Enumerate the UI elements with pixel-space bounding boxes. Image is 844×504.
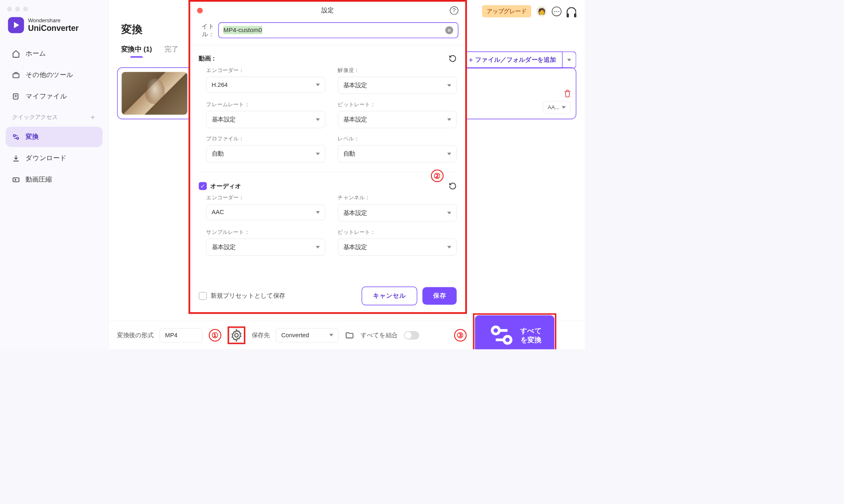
- nav-download[interactable]: ダウンロード: [6, 148, 103, 168]
- convert-all-label: すべてを変換: [520, 326, 542, 344]
- nav-label: ホーム: [26, 49, 46, 58]
- field-label: ビットレート：: [338, 101, 457, 108]
- chevron-down-icon: [329, 334, 333, 336]
- cancel-button[interactable]: キャンセル: [361, 287, 417, 306]
- app-logo: Wondershare UniConverter: [6, 17, 103, 33]
- audio-encoder-select[interactable]: AAC: [206, 204, 325, 220]
- audio-checkbox[interactable]: ✓: [199, 182, 206, 190]
- resolution-select[interactable]: 基本設定: [338, 77, 457, 94]
- open-folder-button[interactable]: [345, 331, 354, 340]
- format-value: MP4: [165, 332, 178, 339]
- clear-title-button[interactable]: ✕: [445, 26, 453, 34]
- convert-all-button[interactable]: すべてを変換: [475, 315, 554, 349]
- modal-body: 動画： エンコーダー： H.264 解像度： 基本設定 フレームレート： 基本設…: [190, 45, 465, 261]
- home-icon: [12, 49, 20, 57]
- files-icon: [12, 92, 20, 100]
- reset-audio-button[interactable]: [449, 182, 457, 190]
- field-label: レベル：: [338, 135, 457, 142]
- save-preset-checkbox[interactable]: ✓: [199, 292, 206, 300]
- field-label: エンコーダー：: [206, 194, 325, 201]
- chevron-down-icon: [447, 212, 451, 214]
- brand-line2: UniConverter: [28, 24, 79, 33]
- callout-3-target: すべてを変換: [473, 313, 556, 349]
- add-file-button[interactable]: ＋ ファイル／フォルダーを追加: [461, 51, 563, 69]
- video-bitrate-select[interactable]: 基本設定: [338, 111, 457, 128]
- logo-icon: [8, 17, 24, 33]
- settings-gear-button[interactable]: [230, 328, 243, 342]
- title-field-label: イトル：: [191, 22, 214, 38]
- field-label: チャンネル：: [338, 194, 457, 201]
- field-label: フレームレート：: [206, 101, 325, 108]
- nav-label: 動画圧縮: [26, 175, 52, 184]
- chevron-down-icon: [562, 106, 566, 108]
- chevron-down-icon: [316, 211, 320, 213]
- framerate-select[interactable]: 基本設定: [206, 111, 325, 128]
- add-file-dropdown[interactable]: [563, 51, 576, 69]
- title-input[interactable]: MP4-custom0: [223, 26, 445, 34]
- settings-modal: 設定 ? イトル： MP4-custom0 ✕ 動画： エンコーダー： H.26…: [188, 0, 467, 314]
- delete-file-button[interactable]: [563, 89, 572, 98]
- add-file-group: ＋ ファイル／フォルダーを追加: [461, 51, 577, 69]
- field-label: プロファイル：: [206, 135, 325, 142]
- chat-icon[interactable]: ⋯: [552, 7, 562, 16]
- chevron-down-icon: [447, 152, 451, 155]
- modal-footer: ✓ 新規プリセットとして保存 キャンセル 保存: [190, 280, 465, 312]
- callout-1: ①: [209, 329, 221, 341]
- merge-toggle[interactable]: [404, 331, 419, 340]
- callout-1-target: [227, 326, 245, 344]
- field-label: エンコーダー：: [206, 66, 325, 74]
- quick-access-header: クイックアクセス ＋: [6, 107, 103, 126]
- callout-3: ③: [454, 329, 467, 341]
- save-button[interactable]: 保存: [422, 287, 457, 305]
- traffic-min[interactable]: [15, 7, 20, 12]
- nav-other-tools[interactable]: その他のツール: [6, 65, 103, 85]
- support-icon[interactable]: [567, 7, 577, 16]
- nav-home[interactable]: ホーム: [6, 43, 103, 63]
- profile-select[interactable]: 自動: [206, 145, 325, 163]
- nav-label: ダウンロード: [26, 154, 66, 163]
- toolbox-icon: [12, 71, 20, 79]
- convert-icon: [488, 321, 516, 350]
- title-input-wrap[interactable]: MP4-custom0 ✕: [218, 22, 458, 38]
- samplerate-select[interactable]: 基本設定: [206, 238, 325, 256]
- reset-video-button[interactable]: [449, 54, 457, 62]
- audio-bitrate-select[interactable]: 基本設定: [338, 238, 457, 256]
- field-label: 解像度：: [338, 66, 457, 74]
- savedir-select[interactable]: Converted: [276, 328, 338, 343]
- chevron-down-icon: [447, 118, 451, 121]
- channel-select[interactable]: 基本設定: [338, 204, 457, 222]
- traffic-close[interactable]: [7, 7, 12, 12]
- tab-done[interactable]: 完了: [164, 44, 178, 58]
- svg-point-6: [492, 327, 499, 334]
- level-select[interactable]: 自動: [338, 145, 457, 163]
- savedir-value: Converted: [281, 332, 309, 339]
- download-icon: [12, 154, 20, 162]
- savedir-label: 保存先: [252, 331, 270, 339]
- chevron-down-icon: [316, 246, 320, 248]
- compress-icon: [12, 176, 20, 184]
- nav-label: 変換: [26, 133, 39, 141]
- modal-title: 設定: [190, 6, 465, 15]
- tab-in-progress[interactable]: 変換中 (1): [121, 44, 152, 58]
- chevron-down-icon: [316, 152, 320, 155]
- sidebar: Wondershare UniConverter ホーム その他のツール マイフ…: [0, 0, 108, 349]
- output-format-chip[interactable]: AA...: [543, 101, 570, 113]
- add-quick-icon[interactable]: ＋: [89, 112, 96, 122]
- format-label: 変換後の形式: [117, 331, 153, 339]
- bottom-bar: 変換後の形式 MP4 ① 保存先 Converted すべてを結合 ③ すべてを…: [108, 321, 585, 349]
- convert-icon: [12, 133, 20, 141]
- file-thumbnail: [122, 72, 187, 115]
- field-label: ビットレート：: [338, 228, 457, 236]
- traffic-max[interactable]: [23, 7, 28, 12]
- format-select[interactable]: MP4: [159, 328, 202, 343]
- upgrade-button[interactable]: アップグレード: [482, 5, 531, 17]
- nav-myfiles[interactable]: マイファイル: [6, 86, 103, 106]
- save-preset-label: 新規プリセットとして保存: [211, 292, 285, 300]
- chevron-down-icon: [316, 84, 320, 86]
- video-encoder-select[interactable]: H.264: [206, 77, 325, 93]
- nav-convert[interactable]: 変換: [6, 127, 103, 147]
- user-avatar[interactable]: 🧑: [536, 6, 546, 16]
- save-preset-row[interactable]: ✓ 新規プリセットとして保存: [199, 292, 285, 300]
- title-row: イトル： MP4-custom0 ✕: [190, 19, 465, 45]
- nav-compress[interactable]: 動画圧縮: [6, 170, 103, 190]
